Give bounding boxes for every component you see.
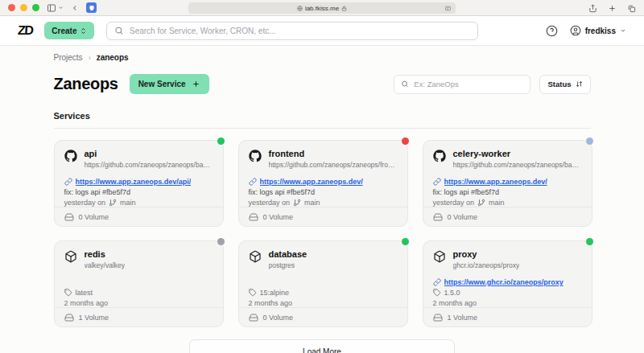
service-url-row: https://www.app.zaneops.dev/	[433, 177, 582, 186]
git-branch-icon	[477, 199, 485, 207]
tag-icon	[433, 289, 441, 297]
service-name: database	[269, 249, 308, 259]
service-url-row: https://www.app.zaneops.dev/api/	[64, 177, 213, 186]
help-circle-icon	[546, 25, 558, 37]
service-source: ghcr.io/zaneops/proxy	[453, 261, 520, 269]
extension-shield-icon[interactable]	[86, 2, 97, 13]
service-name: celery-worker	[453, 149, 582, 158]
service-deployed-row: yesterday on main	[433, 198, 582, 207]
tag-icon	[249, 289, 257, 297]
link-icon	[433, 278, 441, 286]
new-tab-icon[interactable]	[608, 4, 617, 13]
service-deployed-text: yesterday on	[249, 199, 291, 207]
hard-drive-icon	[433, 212, 443, 222]
service-filter-search[interactable]	[394, 75, 530, 94]
address-bar[interactable]: lab.fkiss.me	[188, 2, 456, 14]
create-button[interactable]: Create	[44, 22, 94, 39]
service-commit-text: fix: logs api #fbe5f7d	[64, 188, 131, 196]
close-window-button[interactable]	[8, 4, 15, 11]
page-format-icon[interactable]	[444, 5, 452, 12]
user-menu[interactable]: fredkiss	[570, 25, 626, 36]
service-updated-row: 2 months ago	[249, 298, 398, 307]
service-volumes: 0 Volume	[79, 213, 109, 221]
service-commit-row: fix: logs api #fbe5f7d	[249, 187, 398, 196]
global-search-input[interactable]	[130, 27, 471, 35]
service-volumes: 1 Volume	[448, 314, 478, 322]
app-header: ZD Create fredkiss	[0, 16, 644, 46]
minimize-window-button[interactable]	[20, 4, 27, 11]
service-url-link[interactable]: https://www.ghcr.io/zaneops/proxy	[444, 278, 564, 286]
breadcrumb: Projects › zaneops	[54, 53, 591, 62]
service-name: api	[85, 149, 213, 158]
github-icon	[433, 150, 446, 169]
service-card-footer: 0 Volume	[55, 207, 223, 226]
traffic-lights	[8, 4, 39, 11]
sidebar-toggle-icon[interactable]	[47, 3, 64, 13]
plus-icon	[192, 80, 200, 88]
search-icon	[114, 26, 124, 35]
load-more-button[interactable]: Load More	[189, 339, 455, 353]
services-grid: api https://github.com/zaneops/zaneops/b…	[54, 140, 591, 327]
hard-drive-icon	[433, 313, 443, 322]
github-icon	[64, 150, 77, 169]
service-status-dot	[586, 238, 593, 245]
service-deployed-row: yesterday on main	[64, 198, 213, 207]
service-tag-row: 1.5.0	[433, 288, 582, 297]
git-branch-icon	[293, 199, 301, 207]
service-url-link[interactable]: https://www.app.zaneops.dev/	[444, 178, 547, 186]
service-source: valkey/valkey	[85, 261, 126, 269]
main-content: Projects › zaneops Zaneops New Service S…	[0, 46, 644, 353]
back-button-icon[interactable]	[71, 4, 79, 12]
breadcrumb-separator-icon: ›	[89, 54, 91, 62]
service-branch: main	[304, 199, 320, 207]
service-branch: main	[489, 199, 505, 207]
service-filter-input[interactable]	[414, 80, 523, 88]
services-section-title: Services	[54, 111, 591, 121]
create-button-label: Create	[52, 27, 76, 35]
service-deployed-text: yesterday on	[64, 199, 106, 207]
service-card-footer: 0 Volume	[423, 207, 592, 226]
status-filter-button[interactable]: Status	[539, 75, 590, 94]
chevron-down-icon	[620, 27, 626, 34]
service-card[interactable]: proxy ghcr.io/zaneops/proxy https://www.…	[423, 240, 592, 327]
service-updated-text: 2 months ago	[249, 299, 293, 307]
share-icon[interactable]	[588, 4, 597, 13]
link-icon	[64, 178, 72, 186]
service-source: https://github.com/zaneops/zaneops/backe…	[453, 161, 582, 169]
service-url-link[interactable]: https://www.app.zaneops.dev/api/	[76, 178, 192, 186]
service-status-dot	[402, 238, 409, 245]
service-volumes: 1 Volume	[79, 314, 109, 322]
new-service-button[interactable]: New Service	[130, 74, 209, 94]
help-button[interactable]	[546, 25, 558, 37]
link-icon	[249, 178, 257, 186]
browser-chrome: lab.fkiss.me	[0, 0, 644, 16]
service-card[interactable]: redis valkey/valkey latest	[54, 240, 224, 327]
git-branch-icon	[109, 199, 117, 207]
package-icon	[249, 250, 262, 269]
service-card[interactable]: celery-worker https://github.com/zaneops…	[423, 140, 592, 227]
service-volumes: 0 Volume	[448, 213, 478, 221]
service-name: redis	[85, 249, 126, 259]
service-updated-row: 2 months ago	[64, 298, 213, 307]
new-service-label: New Service	[138, 80, 186, 88]
tab-overview-icon[interactable]	[627, 4, 636, 13]
url-text: lab.fkiss.me	[305, 5, 339, 12]
breadcrumb-current[interactable]: zaneops	[97, 53, 129, 62]
service-card[interactable]: frontend https://github.com/zaneops/zane…	[238, 140, 408, 227]
service-card[interactable]: database postgres 15:alpine	[238, 240, 408, 327]
service-card-footer: 1 Volume	[423, 307, 592, 326]
service-status-dot	[586, 138, 593, 145]
user-avatar-icon	[570, 25, 581, 36]
service-card[interactable]: api https://github.com/zaneops/zaneops/b…	[54, 140, 224, 227]
search-icon	[401, 80, 409, 88]
tag-icon	[64, 289, 72, 297]
github-icon	[249, 150, 262, 169]
zaneops-logo[interactable]: ZD	[17, 23, 33, 38]
service-url-link[interactable]: https://www.app.zaneops.dev/	[260, 178, 363, 186]
link-icon	[433, 178, 441, 186]
global-search[interactable]	[106, 22, 478, 40]
hard-drive-icon	[249, 212, 258, 222]
breadcrumb-projects[interactable]: Projects	[54, 53, 83, 62]
zoom-window-button[interactable]	[32, 4, 39, 11]
section-divider	[54, 128, 591, 129]
